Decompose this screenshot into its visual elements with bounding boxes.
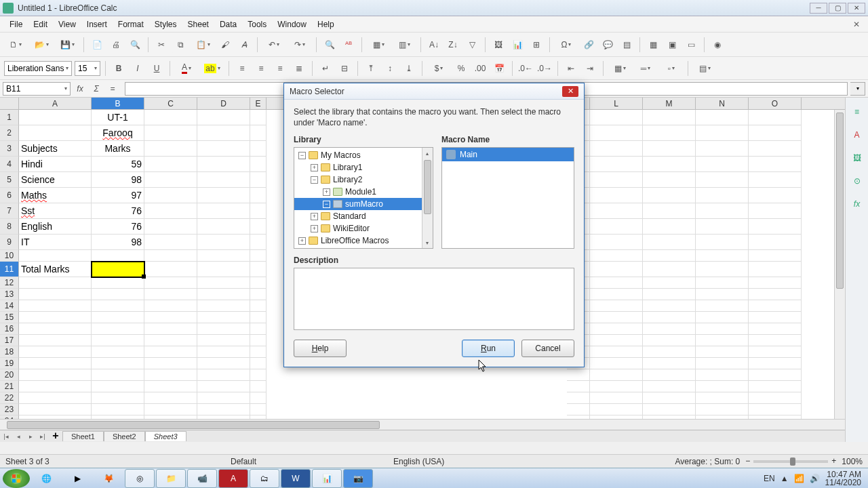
cell[interactable] [643,277,696,289]
dialog-titlebar[interactable]: Macro Selector ✕ [284,83,584,100]
cell[interactable] [250,404,267,415]
col-header-b[interactable]: B [92,98,144,109]
cell[interactable] [144,262,197,277]
cell[interactable] [643,188,696,203]
cell[interactable] [19,250,92,262]
cell[interactable] [92,335,144,346]
cell[interactable] [250,312,267,323]
add-decimal-button[interactable]: .0← [517,60,534,77]
tree-untitled[interactable]: +Untitled 1 [294,247,433,249]
taskbar-zoom-icon[interactable]: 📹 [187,469,217,488]
print-button[interactable]: 🖨 [108,37,124,53]
cell[interactable] [19,346,92,358]
cell[interactable] [197,235,250,250]
cell[interactable] [92,312,144,323]
taskbar-folder-icon[interactable]: 🗂 [250,469,279,488]
cell[interactable] [144,369,197,381]
cell[interactable] [197,346,250,358]
cell[interactable] [696,250,749,262]
menu-insert[interactable]: Insert [81,18,113,31]
cell[interactable] [197,358,250,369]
cell[interactable] [567,404,590,415]
save-button[interactable]: 💾 [56,37,79,53]
cell[interactable] [590,250,643,262]
row-header[interactable]: 7 [0,203,19,219]
cell[interactable] [590,110,643,125]
bold-button[interactable]: B [111,60,127,77]
status-aggregate[interactable]: Average: ; Sum: 0 [675,457,740,466]
taskbar-pdf-icon[interactable]: A [218,469,248,488]
add-sheet-button[interactable]: + [49,430,62,443]
italic-button[interactable]: I [130,60,146,77]
cell[interactable] [144,323,197,335]
sort-desc-button[interactable]: Z↓ [445,37,461,53]
cell[interactable] [197,335,250,346]
tree-lo-macros[interactable]: +LibreOffice Macros [294,235,433,247]
doc-close-icon[interactable]: ✕ [849,18,864,30]
special-char-button[interactable]: Ω [555,37,578,53]
cell[interactable] [643,172,696,188]
cell[interactable] [250,203,267,219]
help-button[interactable]: Help [294,340,347,357]
row-header[interactable]: 20 [0,369,19,381]
indent-inc-button[interactable]: ⇥ [582,60,598,77]
cell[interactable] [250,335,267,346]
cut-button[interactable]: ✂ [153,37,170,53]
cell[interactable] [590,235,643,250]
cell[interactable] [696,277,749,289]
cell[interactable] [144,300,197,312]
zoom-slider[interactable] [753,460,828,463]
cell[interactable] [250,110,267,125]
cell[interactable] [749,277,802,289]
cell[interactable] [696,141,749,157]
cell[interactable] [250,346,267,358]
cell[interactable] [696,125,749,141]
comment-button[interactable]: 💬 [599,37,616,53]
cell[interactable] [144,203,197,219]
menu-file[interactable]: File [4,18,28,31]
cell[interactable] [643,157,696,172]
tab-sheet2[interactable]: Sheet2 [104,431,145,441]
cell[interactable]: Total Marks [19,262,92,277]
window-button[interactable]: ▭ [683,37,699,53]
freeze-button[interactable]: ▦ [645,37,661,53]
align-justify-button[interactable]: ≣ [291,60,307,77]
vertical-scrollbar[interactable] [834,110,845,419]
cell[interactable] [696,235,749,250]
cell[interactable] [197,392,250,404]
library-tree[interactable]: −My Macros +Library1 −Library2 +Module1 … [294,147,433,249]
row-header[interactable]: 10 [0,250,19,262]
close-window-button[interactable]: ✕ [848,3,865,14]
valign-bot-button[interactable]: ⤓ [401,60,417,77]
row-header[interactable]: 14 [0,300,19,312]
open-button[interactable]: 📂 [30,37,53,53]
insert-image-button[interactable]: 🖼 [490,37,507,53]
cell[interactable] [197,300,250,312]
row-button[interactable]: ▦ [367,37,390,53]
cell[interactable] [19,335,92,346]
cell[interactable] [144,110,197,125]
find-button[interactable]: 🔍 [321,37,338,53]
cell[interactable] [696,381,749,392]
cell[interactable] [749,219,802,235]
cell[interactable] [92,300,144,312]
cell[interactable]: Subjects [19,141,92,157]
cell[interactable] [749,323,802,335]
cell[interactable] [749,358,802,369]
row-header[interactable]: 23 [0,404,19,415]
cell[interactable] [92,369,144,381]
taskbar-calc-icon[interactable]: 📊 [312,469,342,488]
cell[interactable] [749,250,802,262]
cell[interactable] [92,404,144,415]
cell[interactable] [197,157,250,172]
col-header-c[interactable]: C [144,98,197,109]
cell[interactable] [590,392,643,404]
sidebar-properties-icon[interactable]: ≡ [850,104,865,119]
menu-sheet[interactable]: Sheet [182,18,214,31]
cell[interactable]: Maths [19,188,92,203]
horizontal-scrollbar[interactable] [0,419,845,430]
tree-summacro[interactable]: −sumMacro [294,198,433,210]
cell[interactable] [590,262,643,277]
row-header[interactable]: 15 [0,312,19,323]
undo-button[interactable]: ↶ [262,37,285,53]
